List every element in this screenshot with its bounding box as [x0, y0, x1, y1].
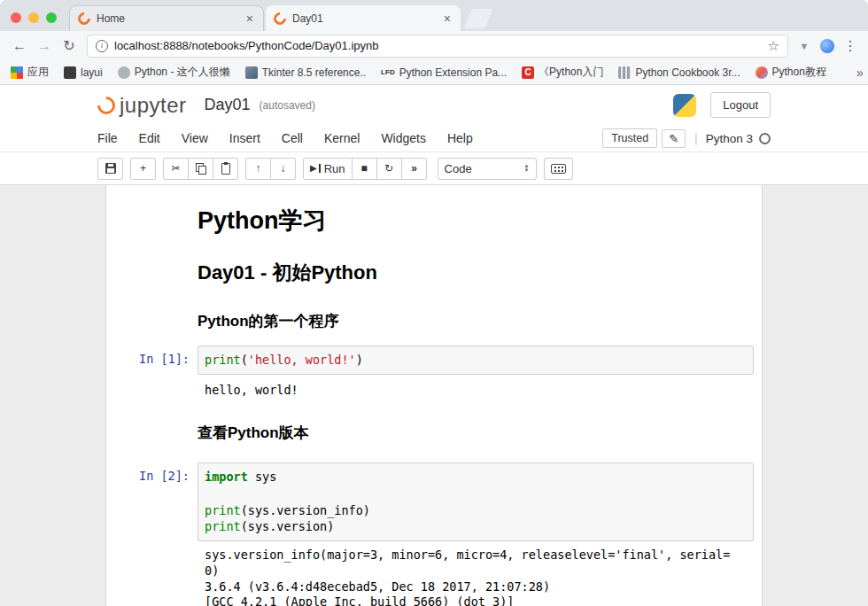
jupyter-logo[interactable]: jupyter	[97, 93, 187, 118]
markdown-heading-1[interactable]: Python学习	[198, 205, 754, 237]
bookmark-label: Python教程	[772, 65, 826, 80]
code-cell-2: In [2]: import sysprint(sys.version_info…	[114, 462, 754, 541]
traffic-lights	[11, 12, 57, 23]
bookmark-label: Python - 这个人很懒	[135, 65, 230, 80]
kernel-idle-icon	[759, 133, 771, 144]
window-minimize-button[interactable]	[28, 12, 39, 23]
restart-kernel-button[interactable]: ↻	[376, 158, 402, 180]
bookmark-python-lazy[interactable]: Python - 这个人很懒	[118, 65, 230, 80]
bookmark-label: Python Cookbook 3r...	[635, 66, 740, 79]
bookmarks-overflow-icon[interactable]: »	[856, 66, 864, 80]
notebook-toolbar: + ✂ ↑ ↓ ▶ Run ■ ↻ » Code ▲▼	[0, 152, 868, 184]
cell-type-select[interactable]: Code ▲▼	[438, 158, 537, 180]
interrupt-kernel-button[interactable]: ■	[352, 158, 377, 180]
reload-button[interactable]: ↻	[58, 37, 80, 54]
bookmark-label: 应用	[27, 65, 49, 80]
plus-icon: +	[140, 163, 146, 174]
restart-run-all-button[interactable]: »	[401, 158, 427, 180]
notebook-page: Python学习 Day01 - 初始Python Python的第一个程序 I…	[105, 185, 763, 606]
menu-view[interactable]: View	[171, 131, 219, 145]
browser-window: Home × Day01 × ← → ↻ i localhost:8888/no…	[0, 0, 868, 606]
scissors-icon: ✂	[171, 163, 180, 174]
tab-close-icon[interactable]: ×	[244, 12, 255, 26]
cut-cell-button[interactable]: ✂	[163, 158, 189, 180]
menu-edit[interactable]: Edit	[128, 131, 171, 145]
bookmark-python-intro[interactable]: C 《Python入门	[522, 65, 603, 80]
bookmark-python-cookbook[interactable]: Python Cookbook 3r...	[618, 66, 740, 79]
copy-icon	[196, 163, 206, 175]
paste-cell-button[interactable]	[213, 158, 238, 180]
run-cell-button[interactable]: ▶ Run	[303, 158, 353, 180]
markdown-heading-3a[interactable]: Python的第一个程序	[198, 311, 754, 331]
step-bar-icon	[319, 164, 321, 173]
notebook-scroll-area[interactable]: Python学习 Day01 - 初始Python Python的第一个程序 I…	[0, 184, 868, 606]
menu-cell[interactable]: Cell	[271, 131, 314, 145]
apps-grid-icon	[11, 66, 23, 79]
browser-menu-icon[interactable]: ⋮	[841, 37, 859, 54]
fast-forward-icon: »	[411, 163, 416, 174]
edit-mode-pencil-icon: ✎	[662, 129, 686, 148]
menu-help[interactable]: Help	[437, 131, 484, 145]
extension-triangle-icon[interactable]: ▼	[795, 41, 813, 51]
logout-button[interactable]: Logout	[710, 92, 771, 118]
kernel-divider: |	[694, 131, 698, 145]
bookmark-star-icon[interactable]: ☆	[768, 38, 779, 54]
menu-widgets[interactable]: Widgets	[370, 131, 437, 145]
page-info-icon[interactable]: i	[96, 40, 108, 52]
jupyter-favicon	[271, 10, 289, 27]
menu-kernel[interactable]: Kernel	[314, 131, 370, 145]
tab-strip: Home × Day01 ×	[0, 0, 868, 31]
cell-type-value: Code	[445, 162, 524, 175]
bookmark-layui[interactable]: layui	[64, 66, 103, 79]
add-cell-button[interactable]: +	[130, 158, 156, 180]
move-cell-down-button[interactable]: ↓	[270, 158, 296, 180]
paste-icon	[221, 163, 230, 175]
bookmark-label: Tkinter 8.5 reference..	[262, 66, 366, 79]
browser-tab-home[interactable]: Home ×	[69, 5, 264, 31]
command-palette-button[interactable]	[544, 158, 573, 180]
menu-insert[interactable]: Insert	[219, 131, 271, 145]
bookmark-tkinter[interactable]: Tkinter 8.5 reference..	[245, 66, 366, 79]
url-bar[interactable]: i localhost:8888/notebooks/PythonCode/Da…	[87, 35, 788, 58]
code-input[interactable]: print('hello, world!')	[198, 346, 754, 375]
copy-cell-button[interactable]	[188, 158, 213, 180]
tkinter-favicon	[245, 66, 258, 79]
arrow-up-icon: ↑	[256, 163, 261, 174]
jupyter-wordmark: jupyter	[120, 93, 187, 118]
code-input[interactable]: import sysprint(sys.version_info)print(s…	[198, 462, 754, 541]
back-button[interactable]: ←	[9, 38, 30, 54]
run-label: Run	[324, 162, 345, 175]
cell-output: hello, world!	[198, 383, 754, 399]
forward-button[interactable]: →	[34, 38, 55, 54]
jupyter-favicon	[75, 10, 93, 27]
menu-file[interactable]: File	[97, 131, 128, 145]
markdown-heading-2[interactable]: Day01 - 初始Python	[198, 260, 754, 286]
tab-close-icon[interactable]: ×	[442, 12, 453, 26]
jupyter-logo-icon	[94, 92, 119, 117]
bookmark-python-tutorial[interactable]: Python教程	[756, 65, 826, 80]
notebook-title[interactable]: Day01	[205, 96, 251, 114]
arrow-down-icon: ↓	[281, 163, 286, 174]
input-prompt: In [1]:	[114, 346, 198, 366]
select-arrows-icon: ▲▼	[524, 164, 530, 173]
browser-tab-day01[interactable]: Day01 ×	[266, 5, 461, 31]
url-text: localhost:8888/notebooks/PythonCode/Day0…	[114, 39, 762, 52]
move-cell-up-button[interactable]: ↑	[245, 158, 271, 180]
window-zoom-button[interactable]	[46, 12, 57, 23]
new-tab-button[interactable]	[464, 9, 493, 28]
jupyter-header: jupyter Day01 (autosaved) Logout	[0, 85, 868, 125]
cell-output: sys.version_info(major=3, minor=6, micro…	[198, 548, 754, 606]
window-close-button[interactable]	[11, 12, 21, 23]
bookmark-label: layui	[81, 66, 103, 79]
markdown-heading-3b[interactable]: 查看Python版本	[198, 423, 754, 443]
trusted-button[interactable]: Trusted	[602, 128, 657, 148]
save-button[interactable]	[97, 158, 123, 180]
refresh-icon: ↻	[384, 163, 393, 174]
extension-globe-icon[interactable]	[820, 39, 834, 53]
bookmark-apps[interactable]: 应用	[11, 65, 49, 80]
code-cell-1: In [1]: print('hello, world!')	[114, 346, 754, 375]
bookmark-python-extension[interactable]: LFD Python Extension Pa...	[381, 66, 507, 79]
layui-favicon	[64, 66, 76, 79]
output-area-1: hello, world!	[114, 383, 754, 399]
floppy-icon	[105, 163, 116, 174]
